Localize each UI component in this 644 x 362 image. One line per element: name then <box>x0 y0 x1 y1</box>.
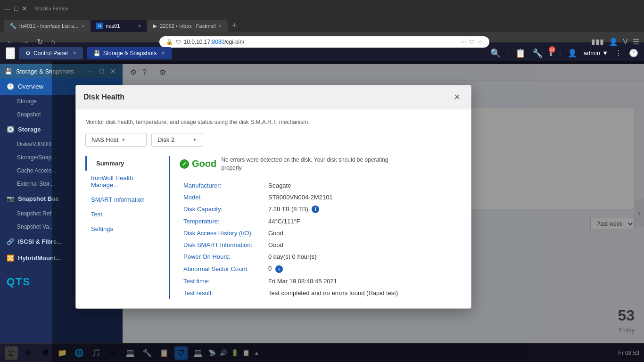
status-dot: ✓ <box>180 159 189 169</box>
storage-section-label: Storage <box>18 126 41 133</box>
disk-dropdown[interactable]: Disk 2 ▼ <box>151 133 203 147</box>
field-smart-info: Disk SMART Information: Good <box>180 239 452 251</box>
storage-tab-close[interactable]: ✕ <box>161 50 165 56</box>
clock-icon: 🕐 <box>629 49 638 58</box>
profile-icon[interactable]: 👤 <box>609 37 618 46</box>
iscsi-icon: 🔗 <box>7 238 14 245</box>
admin-chevron: ▼ <box>602 49 608 57</box>
info-table: Manufacturer: Seagate Model: ST8000VN004… <box>180 180 452 299</box>
sidebar-test[interactable]: Test <box>85 207 165 222</box>
extensions-icon[interactable]: ▮▮▮ <box>591 37 604 46</box>
field-test-result: Test result: Test completed and no error… <box>180 287 452 299</box>
taskbar-settings[interactable]: ⚙ <box>22 346 35 360</box>
status-description: No errors were detected on the disk. You… <box>221 156 410 172</box>
field-smart-info-value: Good <box>264 239 452 251</box>
modal-close-button[interactable]: ✕ <box>451 91 463 103</box>
field-temperature: Temperature: 44°C/111°F <box>180 215 452 227</box>
storage-section-icon: 💽 <box>7 126 14 133</box>
refresh-button[interactable]: ↻ <box>35 35 45 48</box>
modal-body: Monitor disk health, temperature, and us… <box>76 109 471 308</box>
field-manufacturer-value: Seagate <box>264 180 452 191</box>
storage-tab-icon: 💾 <box>93 50 100 57</box>
modal-header: Disk Health ✕ <box>76 85 471 109</box>
browser-title: Mozilla Firefox <box>35 6 68 11</box>
disk-dropdown-arrow: ▼ <box>192 137 197 142</box>
more-menu[interactable]: ⋮ <box>615 49 622 58</box>
status-good: ✓ Good <box>180 158 216 169</box>
tab1-title: rb4011 - Interface List a... <box>19 23 78 29</box>
qts-menu-button[interactable]: ☰ <box>6 47 15 59</box>
browser-tab-2[interactable]: N nas01 ✕ <box>91 20 147 32</box>
status-row: ✓ Good No errors were detected on the di… <box>180 156 452 172</box>
modal-controls: NAS Host ▼ Disk 2 ▼ <box>85 133 462 147</box>
browser-tabs: 🔧 rb4011 - Interface List a... ✕ N nas01… <box>0 17 644 32</box>
field-sector-count: Abnormal Sector Count: 0 i <box>180 263 452 275</box>
modal-title: Disk Health <box>83 93 124 101</box>
window-maximize[interactable]: □ <box>14 5 18 12</box>
address-bar[interactable]: 🔒 🛡 10.0.10.17:8080/cgi-bin/ ⋯ 🛡 ☆ <box>159 36 489 48</box>
field-manufacturer: Manufacturer: Seagate <box>180 180 452 191</box>
search-icon[interactable]: 🔍 <box>490 48 501 58</box>
control-panel-label: Control Panel <box>33 50 68 57</box>
disk-health-modal: Disk Health ✕ Monitor disk health, tempe… <box>75 85 471 309</box>
tab3-close[interactable]: ✕ <box>218 24 222 29</box>
sector-info-icon[interactable]: i <box>275 265 283 273</box>
taskbar-monitor[interactable]: 🖥 <box>39 346 52 360</box>
storage-tab-label: Storage & Snapshots <box>103 50 157 57</box>
browser-chrome: — □ ✕ Mozilla Firefox 🔧 rb4011 - Interfa… <box>0 0 644 42</box>
window-minimize[interactable]: — <box>4 5 10 12</box>
browser-tab-1[interactable]: 🔧 rb4011 - Interface List a... ✕ <box>4 20 91 32</box>
sidebar-ironwolf[interactable]: IronWolf Health Manage... <box>85 171 165 192</box>
host-dropdown[interactable]: NAS Host ▼ <box>85 133 147 147</box>
field-smart-info-label: Disk SMART Information: <box>180 239 264 251</box>
field-power-hours: Power On Hours: 0 day(s) 0 hour(s) <box>180 251 452 263</box>
vpn-icon[interactable]: V <box>623 38 628 46</box>
field-temperature-label: Temperature: <box>180 215 264 227</box>
modal-overlay: Disk Health ✕ Monitor disk health, tempe… <box>52 61 644 362</box>
admin-menu[interactable]: admin ▼ <box>584 49 608 57</box>
field-model-value: ST8000VN004-2M2101 <box>264 191 452 203</box>
field-capacity-label: Disk Capacity: <box>180 203 264 216</box>
notifications-icon[interactable]: 📋 <box>515 48 526 58</box>
address-bookmark[interactable]: ☆ <box>478 39 483 45</box>
status-label: Good <box>192 158 216 169</box>
hybrid-icon: 🔀 <box>7 255 14 262</box>
menu-icon[interactable]: ☰ <box>633 37 639 46</box>
user-icon[interactable]: 👤 <box>568 49 577 58</box>
settings-icon[interactable]: 🔧 <box>532 48 543 58</box>
tab2-favicon: N <box>96 23 103 29</box>
home-button[interactable]: ⌂ <box>49 36 57 48</box>
modal-sidebar: Summary IronWolf Health Manage... SMART … <box>85 156 170 299</box>
field-disk-access: Disk Access History (I/O): Good <box>180 227 452 239</box>
back-button[interactable]: ← <box>5 36 16 48</box>
tab1-close[interactable]: ✕ <box>81 24 85 29</box>
control-panel-icon: ⚙ <box>25 50 31 57</box>
address-text: 10.0.10.17:8080/cgi-bin/ <box>184 39 245 45</box>
browser-tab-3[interactable]: ▶ 22092 • Inbox | Fastmail ✕ <box>147 20 228 32</box>
qts-tab-storage[interactable]: 💾 Storage & Snapshots ✕ <box>87 47 172 59</box>
new-tab-button[interactable]: + <box>228 19 241 32</box>
taskbar-trash[interactable]: 🗑 <box>5 346 18 360</box>
qts-tab-control-panel[interactable]: ⚙ Control Panel ✕ <box>19 47 83 59</box>
capacity-info-icon[interactable]: i <box>312 206 319 213</box>
overview-label: Overview <box>18 83 43 90</box>
info-icon[interactable]: ℹ11 <box>549 48 553 58</box>
address-more[interactable]: ⋯ <box>461 39 466 45</box>
address-shield: 🛡 <box>176 39 181 45</box>
field-test-time-value: Fri Mar 19 08:48:45 2021 <box>264 275 452 287</box>
separator: | <box>507 49 509 57</box>
field-disk-access-value: Good <box>264 227 452 239</box>
modal-subtitle: Monitor disk health, temperature, and us… <box>85 119 462 125</box>
sidebar-smart[interactable]: SMART Information <box>85 192 165 207</box>
sidebar-summary[interactable]: Summary <box>91 156 165 171</box>
sidebar-settings[interactable]: Settings <box>85 222 165 236</box>
field-sector-count-value: 0 i <box>264 263 452 275</box>
forward-button[interactable]: → <box>20 36 31 48</box>
snapshot-bae-icon: 📷 <box>7 195 14 202</box>
field-power-hours-value: 0 day(s) 0 hour(s) <box>264 251 452 263</box>
window-close[interactable]: ✕ <box>22 5 27 12</box>
control-panel-close[interactable]: ✕ <box>73 50 76 56</box>
storage-window-icon: 💾 <box>5 68 12 75</box>
tab3-favicon: ▶ <box>153 23 157 29</box>
tab2-close[interactable]: ✕ <box>138 24 141 29</box>
